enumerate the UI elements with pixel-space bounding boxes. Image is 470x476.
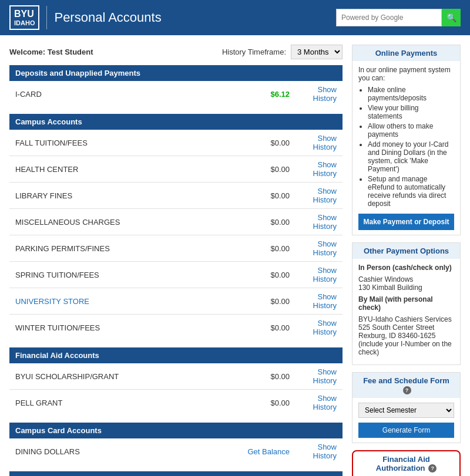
list-item: Make online payments/deposits xyxy=(368,86,454,102)
show-history-link[interactable]: Show History xyxy=(296,156,343,183)
financial-aid-auth-title: Financial Aid Authorization ? xyxy=(353,451,459,476)
deposits-header: Deposits and Unapplied Payments xyxy=(9,65,343,81)
timeframe-select[interactable]: 1 Month 2 Months 3 Months 6 Months 1 Yea… xyxy=(291,45,343,59)
account-amount: $0.00 xyxy=(249,235,296,262)
account-amount: $0.00 xyxy=(249,390,296,416)
page-title: Personal Accounts xyxy=(54,10,161,25)
search-input[interactable] xyxy=(336,9,442,26)
online-payments-intro: In our online payment system you can: xyxy=(358,66,454,82)
table-row: MISCELLANEOUS CHARGES $0.00 Show History xyxy=(9,209,343,235)
campus-card-table: DINING DOLLARS Get Balance Show History xyxy=(9,438,343,464)
main-container: Welcome: Test Student History Timeframe:… xyxy=(0,35,470,476)
table-row: WINTER TUITION/FEES $0.00 Show History xyxy=(9,315,343,341)
table-row: SPRING TUITION/FEES $0.00 Show History xyxy=(9,262,343,288)
account-name: LIBRARY FINES xyxy=(9,183,249,209)
in-person-label: In Person (cash/check only) xyxy=(358,264,454,272)
financial-aid-help-icon[interactable]: ? xyxy=(428,464,437,472)
account-amount: $0.00 xyxy=(249,156,296,183)
account-name: DINING DOLLARS xyxy=(9,438,177,464)
timeframe-label: History Timeframe: xyxy=(222,48,286,56)
header: BYU IDAHO Personal Accounts 🔍 xyxy=(0,0,470,35)
welcome-label: Welcome: xyxy=(9,48,45,56)
semester-select[interactable]: Select Semester xyxy=(358,403,454,418)
right-panel: Online Payments In our online payment sy… xyxy=(352,45,461,476)
show-history-link[interactable]: Show History xyxy=(296,81,343,107)
logo-divider xyxy=(46,6,47,29)
list-item: View your billing statements xyxy=(368,104,454,120)
other-payment-card: Other Payment Options In Person (cash/ch… xyxy=(352,242,461,365)
online-payments-title: Online Payments xyxy=(352,45,460,61)
show-history-link[interactable]: Show History xyxy=(296,438,343,464)
online-payments-card: Online Payments In our online payment sy… xyxy=(352,45,461,235)
search-button[interactable]: 🔍 xyxy=(442,9,461,26)
fee-schedule-body: Select Semester Generate Form xyxy=(352,398,460,443)
byu-logo: BYU IDAHO xyxy=(9,5,39,30)
account-name: PELL GRANT xyxy=(9,390,249,416)
account-name: MISCELLANEOUS CHARGES xyxy=(9,209,249,235)
account-amount: $0.00 xyxy=(249,262,296,288)
table-row: I-CARD $6.12 Show History xyxy=(9,81,343,107)
financial-aid-table: BYUI SCHOLARSHIP/GRANT $0.00 Show Histor… xyxy=(9,363,343,416)
make-payment-button[interactable]: Make Payment or Deposit xyxy=(358,214,454,230)
search-area: 🔍 xyxy=(336,9,461,26)
student-name: Test Student xyxy=(48,48,93,56)
account-name: SPRING TUITION/FEES xyxy=(9,262,249,288)
show-history-link[interactable]: Show History xyxy=(296,390,343,416)
table-row: BYUI SCHOLARSHIP/GRANT $0.00 Show Histor… xyxy=(9,363,343,390)
show-history-link[interactable]: Show History xyxy=(296,315,343,341)
table-row: UNIVERSITY STORE $0.00 Show History xyxy=(9,288,343,315)
financial-aid-auth-card: Financial Aid Authorization ? Authorizat… xyxy=(352,450,461,476)
cash-header: Cash Accounts xyxy=(9,471,343,476)
account-name: HEALTH CENTER xyxy=(9,156,249,183)
online-payments-body: In our online payment system you can: Ma… xyxy=(352,61,460,235)
account-amount: $0.00 xyxy=(249,209,296,235)
table-row: PELL GRANT $0.00 Show History xyxy=(9,390,343,416)
show-history-link[interactable]: Show History xyxy=(296,209,343,235)
fee-schedule-help-icon[interactable]: ? xyxy=(403,386,411,394)
campus-header: Campus Accounts xyxy=(9,114,343,130)
left-panel: Welcome: Test Student History Timeframe:… xyxy=(9,45,343,476)
campus-table: FALL TUITION/FEES $0.00 Show History HEA… xyxy=(9,130,343,340)
show-history-link[interactable]: Show History xyxy=(296,262,343,288)
mail-details: BYU-Idaho Cashiers Services525 South Cen… xyxy=(358,315,454,356)
fee-schedule-card: Fee and Schedule Form ? Select Semester … xyxy=(352,372,461,443)
account-name: PARKING PERMITS/FINES xyxy=(9,235,249,262)
account-name: WINTER TUITION/FEES xyxy=(9,315,249,341)
get-balance-link[interactable]: Get Balance xyxy=(177,438,296,464)
table-row: LIBRARY FINES $0.00 Show History xyxy=(9,183,343,209)
show-history-link[interactable]: Show History xyxy=(296,288,343,315)
table-row: DINING DOLLARS Get Balance Show History xyxy=(9,438,343,464)
other-payment-body: In Person (cash/check only) Cashier Wind… xyxy=(352,259,460,364)
account-name-link[interactable]: UNIVERSITY STORE xyxy=(9,288,249,315)
account-amount: $0.00 xyxy=(249,288,296,315)
show-history-link[interactable]: Show History xyxy=(296,363,343,390)
in-person-details: Cashier Windows130 Kimball Building xyxy=(358,275,454,292)
welcome-bar: Welcome: Test Student History Timeframe:… xyxy=(9,45,343,59)
show-history-link[interactable]: Show History xyxy=(296,235,343,262)
show-history-link[interactable]: Show History xyxy=(296,183,343,209)
show-history-link[interactable]: Show History xyxy=(296,130,343,156)
account-amount: $0.00 xyxy=(249,130,296,156)
other-payment-title: Other Payment Options xyxy=(352,243,460,259)
campus-card-header: Campus Card Accounts xyxy=(9,423,343,438)
list-item: Setup and manage eRefund to automaticall… xyxy=(368,175,454,208)
table-row: HEALTH CENTER $0.00 Show History xyxy=(9,156,343,183)
timeframe-container: History Timeframe: 1 Month 2 Months 3 Mo… xyxy=(222,45,343,59)
account-amount: $0.00 xyxy=(249,183,296,209)
list-item: Add money to your I-Card and Dining Doll… xyxy=(368,140,454,173)
financial-aid-header: Financial Aid Accounts xyxy=(9,347,343,363)
account-amount: $0.00 xyxy=(249,363,296,390)
list-item: Allow others to make payments xyxy=(368,122,454,139)
account-name: BYUI SCHOLARSHIP/GRANT xyxy=(9,363,249,390)
account-amount: $6.12 xyxy=(249,81,296,107)
fee-schedule-title: Fee and Schedule Form ? xyxy=(352,373,460,398)
online-payments-list: Make online payments/deposits View your … xyxy=(368,86,454,208)
logo-area: BYU IDAHO Personal Accounts xyxy=(9,5,162,30)
table-row: PARKING PERMITS/FINES $0.00 Show History xyxy=(9,235,343,262)
deposits-table: I-CARD $6.12 Show History xyxy=(9,81,343,107)
account-name: FALL TUITION/FEES xyxy=(9,130,249,156)
mail-label: By Mail (with personal check) xyxy=(358,295,454,312)
generate-form-button[interactable]: Generate Form xyxy=(358,423,454,438)
welcome-text: Welcome: Test Student xyxy=(9,48,93,56)
table-row: FALL TUITION/FEES $0.00 Show History xyxy=(9,130,343,156)
